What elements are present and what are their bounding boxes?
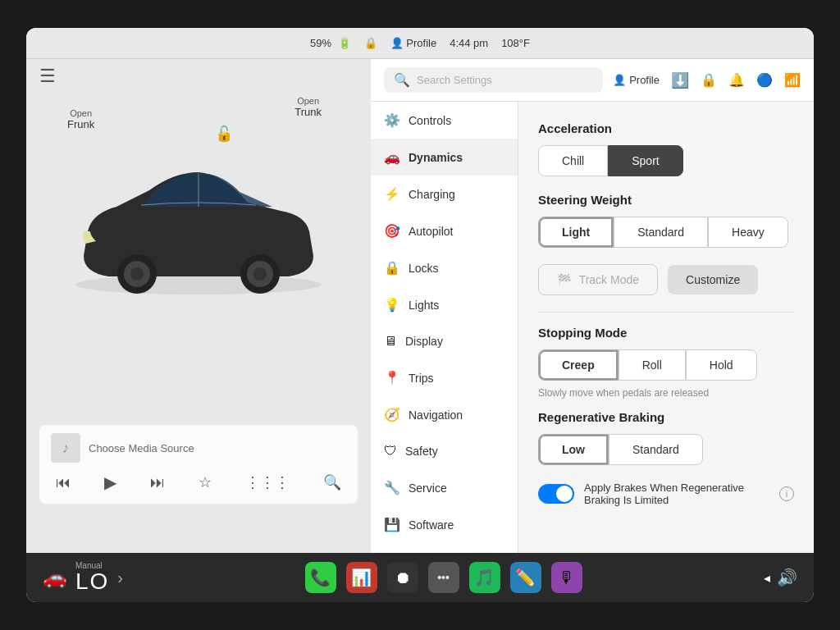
search-media-button[interactable]: 🔍: [318, 470, 346, 495]
dynamics-content: Acceleration Chill Sport Steering Weight…: [518, 102, 814, 553]
sidebar-item-display[interactable]: 🖥 Display: [371, 323, 518, 359]
dynamics-icon: 🚗: [384, 149, 400, 165]
sidebar-item-service[interactable]: 🔧 Service: [371, 469, 518, 506]
spotify-app-button[interactable]: 🎵: [469, 562, 500, 593]
hold-button[interactable]: Hold: [686, 349, 757, 381]
taskbar-right: ◂ 🔊: [764, 568, 797, 587]
roll-button[interactable]: Roll: [619, 349, 686, 381]
play-button[interactable]: ▶: [99, 469, 121, 495]
menu-icon[interactable]: ☰: [39, 66, 56, 87]
taskbar-center: 📞 📊 ⏺ ••• 🎵 ✏️ 🎙: [305, 562, 582, 593]
sidebar-item-trips[interactable]: 📍 Trips: [371, 359, 518, 396]
status-bar: 59% 🔋 🔒 👤 Profile 4:44 pm 108°F: [26, 28, 814, 59]
frunk-label: Open Frunk: [67, 108, 94, 130]
track-mode-button[interactable]: 🏁 Track Mode: [538, 264, 658, 295]
service-icon: 🔧: [384, 480, 400, 495]
display-icon: 🖥: [384, 334, 397, 349]
light-button[interactable]: Light: [538, 217, 614, 248]
sidebar-item-autopilot[interactable]: 🎯 Autopilot: [371, 212, 518, 249]
gear-display: Manual LO: [75, 562, 109, 593]
settings-nav: ⚙️ Controls 🚗 Dynamics ⚡ Charging 🎯 Auto…: [371, 102, 518, 553]
volume-down-icon[interactable]: ◂: [764, 570, 770, 586]
favorite-button[interactable]: ☆: [194, 470, 217, 495]
car-svg: [59, 149, 338, 297]
volume-icon[interactable]: 🔊: [777, 568, 797, 587]
car-image: [43, 133, 354, 313]
customize-button[interactable]: Customize: [668, 265, 758, 294]
temp-display: 108°F: [501, 37, 530, 49]
more-apps-button[interactable]: •••: [428, 562, 459, 593]
settings-body: ⚙️ Controls 🚗 Dynamics ⚡ Charging 🎯 Auto…: [371, 102, 814, 553]
battery-status: 59% 🔋: [310, 37, 351, 49]
media-app-button[interactable]: ⏺: [387, 562, 418, 593]
bell-icon[interactable]: 🔔: [728, 72, 745, 88]
heavy-button[interactable]: Heavy: [708, 217, 788, 248]
taskbar-left: 🚗 Manual LO ›: [43, 562, 123, 593]
acceleration-group: Chill Sport: [538, 145, 794, 176]
low-button[interactable]: Low: [538, 434, 609, 465]
navigation-icon: 🧭: [384, 407, 400, 422]
profile-icon: 👤: [613, 74, 626, 86]
search-box[interactable]: 🔍 Search Settings: [384, 67, 603, 93]
svg-point-4: [130, 267, 144, 281]
apply-brakes-info-icon[interactable]: i: [779, 486, 794, 501]
signal-icon[interactable]: 📶: [784, 72, 801, 88]
lock-header-icon[interactable]: 🔒: [701, 72, 717, 88]
sidebar-item-controls[interactable]: ⚙️ Controls: [371, 102, 518, 139]
apply-brakes-label: Apply Brakes When Regenerative Braking I…: [584, 482, 769, 506]
podcast-app-button[interactable]: 🎙: [551, 562, 582, 593]
prev-button[interactable]: ⏮: [51, 471, 75, 495]
apply-brakes-toggle[interactable]: [538, 484, 574, 504]
bluetooth-icon[interactable]: 🔵: [756, 72, 773, 88]
charging-nav-icon: ⚡: [384, 186, 400, 202]
profile-header-button[interactable]: 👤 Profile: [613, 74, 660, 86]
profile-link[interactable]: 👤 Profile: [390, 37, 436, 49]
trips-icon: 📍: [384, 370, 400, 386]
search-placeholder: Search Settings: [417, 74, 492, 86]
sidebar-item-charging[interactable]: ⚡ Charging: [371, 176, 518, 212]
search-icon: 🔍: [394, 72, 410, 88]
pencil-app-button[interactable]: ✏️: [510, 562, 541, 593]
car-status-icon[interactable]: 🚗: [43, 566, 67, 589]
equalizer-app-button[interactable]: 📊: [346, 562, 377, 593]
standard-regen-button[interactable]: Standard: [609, 434, 703, 465]
stopping-group: Creep Roll Hold: [538, 349, 794, 381]
equalizer-button[interactable]: ⋮⋮⋮: [240, 470, 294, 495]
svg-point-0: [75, 275, 322, 294]
media-player: ♪ Choose Media Source ⏮ ▶ ⏭ ☆ ⋮⋮⋮ 🔍: [39, 425, 358, 504]
car-panel-top: ☰: [26, 59, 371, 94]
album-art: ♪: [51, 433, 80, 463]
phone-app-button[interactable]: 📞: [305, 562, 336, 593]
lock-icon: 🔒: [364, 37, 377, 49]
sidebar-item-dynamics[interactable]: 🚗 Dynamics: [371, 139, 518, 176]
sidebar-item-locks[interactable]: 🔒 Locks: [371, 249, 518, 286]
media-controls: ⏮ ▶ ⏭ ☆ ⋮⋮⋮ 🔍: [51, 469, 346, 495]
download-icon[interactable]: ⬇️: [671, 71, 689, 89]
sport-button[interactable]: Sport: [608, 145, 682, 176]
taskbar: 🚗 Manual LO › 📞 📊 ⏺ ••• 🎵 ✏️ 🎙 ◂ 🔊: [26, 553, 814, 602]
settings-header: 🔍 Search Settings 👤 Profile ⬇️ 🔒 🔔 🔵 📶: [371, 59, 814, 102]
lights-icon: 💡: [384, 297, 400, 313]
locks-icon: 🔒: [384, 260, 400, 276]
sidebar-item-wifi[interactable]: 📶 Wi-Fi: [371, 543, 518, 553]
sidebar-item-navigation[interactable]: 🧭 Navigation: [371, 396, 518, 433]
autopilot-icon: 🎯: [384, 223, 400, 239]
sidebar-item-software[interactable]: 💾 Software: [371, 506, 518, 543]
time-display: 4:44 pm: [450, 37, 488, 49]
creep-button[interactable]: Creep: [538, 349, 619, 381]
car-panel: ☰ Open Frunk Open Trunk 🔓 ⚡: [26, 59, 371, 553]
header-icons: 👤 Profile ⬇️ 🔒 🔔 🔵 📶: [613, 71, 801, 89]
stopping-subtitle: Slowly move when pedals are released: [538, 387, 794, 399]
standard-steering-button[interactable]: Standard: [614, 217, 708, 248]
safety-icon: 🛡: [384, 444, 397, 459]
trunk-label: Open Trunk: [294, 96, 322, 118]
divider: [538, 312, 794, 313]
chill-button[interactable]: Chill: [538, 145, 608, 176]
main-content: ☰ Open Frunk Open Trunk 🔓 ⚡: [26, 59, 814, 553]
sidebar-item-lights[interactable]: 💡 Lights: [371, 286, 518, 323]
settings-panel: 🔍 Search Settings 👤 Profile ⬇️ 🔒 🔔 🔵 📶: [371, 59, 814, 553]
sidebar-item-safety[interactable]: 🛡 Safety: [371, 433, 518, 469]
apply-brakes-row: Apply Brakes When Regenerative Braking I…: [538, 482, 794, 506]
next-button[interactable]: ⏭: [145, 471, 170, 495]
tesla-screen: 59% 🔋 🔒 👤 Profile 4:44 pm 108°F ☰ Open F…: [26, 28, 814, 602]
